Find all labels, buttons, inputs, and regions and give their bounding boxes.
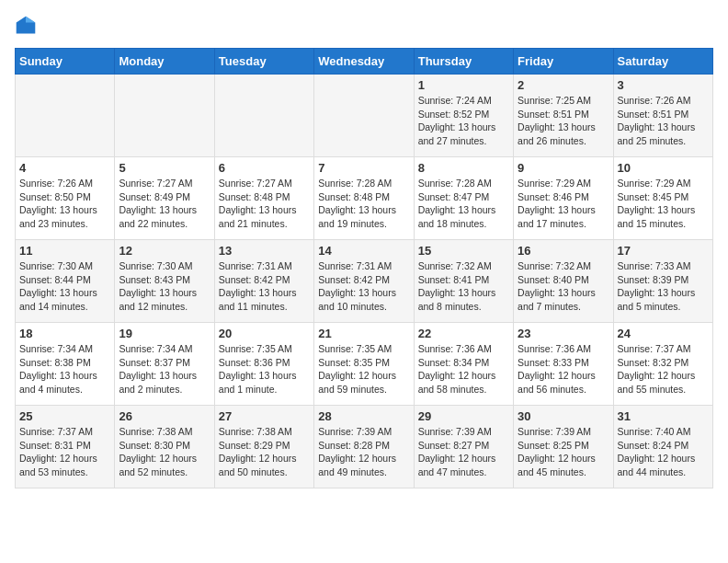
day-number: 29 [418,409,509,423]
day-number: 17 [618,244,709,258]
day-number: 13 [219,244,310,258]
calendar-cell: 14Sunrise: 7:31 AMSunset: 8:42 PMDayligh… [314,240,414,323]
day-number: 15 [418,244,509,258]
calendar-cell [115,75,214,157]
weekday-header-saturday: Saturday [613,49,712,75]
weekday-header-friday: Friday [514,49,613,75]
day-info: Sunrise: 7:37 AMSunset: 8:32 PMDaylight:… [618,342,709,396]
day-number: 14 [318,244,409,258]
day-info: Sunrise: 7:26 AMSunset: 8:50 PMDaylight:… [19,177,110,231]
calendar-cell: 25Sunrise: 7:37 AMSunset: 8:31 PMDayligh… [16,406,115,488]
calendar-cell: 6Sunrise: 7:27 AMSunset: 8:48 PMDaylight… [214,157,313,240]
calendar-cell: 16Sunrise: 7:32 AMSunset: 8:40 PMDayligh… [514,240,613,323]
day-number: 2 [518,78,609,92]
day-info: Sunrise: 7:27 AMSunset: 8:48 PMDaylight:… [219,177,310,231]
calendar-cell: 15Sunrise: 7:32 AMSunset: 8:41 PMDayligh… [414,240,513,323]
calendar-cell: 30Sunrise: 7:39 AMSunset: 8:25 PMDayligh… [514,406,613,488]
day-number: 21 [318,327,409,340]
calendar-cell: 22Sunrise: 7:36 AMSunset: 8:34 PMDayligh… [414,323,513,406]
day-info: Sunrise: 7:31 AMSunset: 8:42 PMDaylight:… [219,259,310,314]
day-info: Sunrise: 7:25 AMSunset: 8:51 PMDaylight:… [518,94,609,148]
calendar-cell: 1Sunrise: 7:24 AMSunset: 8:52 PMDaylight… [414,75,513,157]
header [15,15,713,37]
day-info: Sunrise: 7:39 AMSunset: 8:25 PMDaylight:… [518,425,609,479]
calendar-week-row: 25Sunrise: 7:37 AMSunset: 8:31 PMDayligh… [16,406,713,488]
calendar-cell: 2Sunrise: 7:25 AMSunset: 8:51 PMDaylight… [514,75,613,157]
calendar-cell: 27Sunrise: 7:38 AMSunset: 8:29 PMDayligh… [214,406,313,488]
day-info: Sunrise: 7:31 AMSunset: 8:42 PMDaylight:… [318,259,409,314]
day-info: Sunrise: 7:38 AMSunset: 8:29 PMDaylight:… [219,425,310,479]
day-number: 31 [618,409,709,423]
day-number: 7 [318,161,409,175]
day-number: 26 [119,409,210,423]
day-info: Sunrise: 7:33 AMSunset: 8:39 PMDaylight:… [618,259,709,314]
day-number: 4 [19,161,110,175]
calendar-cell: 19Sunrise: 7:34 AMSunset: 8:37 PMDayligh… [115,323,214,406]
day-number: 10 [618,161,709,175]
calendar-cell: 13Sunrise: 7:31 AMSunset: 8:42 PMDayligh… [214,240,313,323]
day-number: 11 [19,244,110,258]
day-info: Sunrise: 7:40 AMSunset: 8:24 PMDaylight:… [618,425,709,479]
calendar-table: SundayMondayTuesdayWednesdayThursdayFrid… [15,48,713,488]
calendar-cell [16,75,115,157]
day-info: Sunrise: 7:30 AMSunset: 8:44 PMDaylight:… [19,259,110,314]
calendar-cell: 18Sunrise: 7:34 AMSunset: 8:38 PMDayligh… [16,323,115,406]
day-info: Sunrise: 7:32 AMSunset: 8:41 PMDaylight:… [418,259,509,314]
calendar-cell: 23Sunrise: 7:36 AMSunset: 8:33 PMDayligh… [514,323,613,406]
calendar-cell: 20Sunrise: 7:35 AMSunset: 8:36 PMDayligh… [214,323,313,406]
calendar-cell: 24Sunrise: 7:37 AMSunset: 8:32 PMDayligh… [613,323,712,406]
day-number: 28 [318,409,409,423]
day-info: Sunrise: 7:26 AMSunset: 8:51 PMDaylight:… [618,94,709,148]
calendar-week-row: 18Sunrise: 7:34 AMSunset: 8:38 PMDayligh… [16,323,713,406]
calendar-week-row: 4Sunrise: 7:26 AMSunset: 8:50 PMDaylight… [16,157,713,240]
calendar-cell: 28Sunrise: 7:39 AMSunset: 8:28 PMDayligh… [314,406,414,488]
day-info: Sunrise: 7:36 AMSunset: 8:33 PMDaylight:… [518,342,609,396]
weekday-header-monday: Monday [115,49,214,75]
day-number: 9 [518,161,609,175]
calendar-cell: 29Sunrise: 7:39 AMSunset: 8:27 PMDayligh… [414,406,513,488]
calendar-cell: 8Sunrise: 7:28 AMSunset: 8:47 PMDaylight… [414,157,513,240]
day-info: Sunrise: 7:28 AMSunset: 8:47 PMDaylight:… [418,177,509,231]
calendar-cell: 12Sunrise: 7:30 AMSunset: 8:43 PMDayligh… [115,240,214,323]
day-info: Sunrise: 7:34 AMSunset: 8:38 PMDaylight:… [19,342,110,396]
weekday-header-row: SundayMondayTuesdayWednesdayThursdayFrid… [16,49,713,75]
calendar-week-row: 11Sunrise: 7:30 AMSunset: 8:44 PMDayligh… [16,240,713,323]
day-number: 12 [119,244,210,258]
day-info: Sunrise: 7:32 AMSunset: 8:40 PMDaylight:… [518,259,609,314]
calendar-cell: 31Sunrise: 7:40 AMSunset: 8:24 PMDayligh… [613,406,712,488]
calendar-cell: 26Sunrise: 7:38 AMSunset: 8:30 PMDayligh… [115,406,214,488]
day-info: Sunrise: 7:29 AMSunset: 8:45 PMDaylight:… [618,177,709,231]
day-info: Sunrise: 7:39 AMSunset: 8:27 PMDaylight:… [418,425,509,479]
day-number: 19 [119,327,210,340]
day-info: Sunrise: 7:29 AMSunset: 8:46 PMDaylight:… [518,177,609,231]
day-info: Sunrise: 7:35 AMSunset: 8:36 PMDaylight:… [219,342,310,396]
calendar-cell: 9Sunrise: 7:29 AMSunset: 8:46 PMDaylight… [514,157,613,240]
calendar-cell: 10Sunrise: 7:29 AMSunset: 8:45 PMDayligh… [613,157,712,240]
day-number: 25 [19,409,110,423]
calendar-cell: 7Sunrise: 7:28 AMSunset: 8:48 PMDaylight… [314,157,414,240]
calendar-cell: 4Sunrise: 7:26 AMSunset: 8:50 PMDaylight… [16,157,115,240]
logo-icon [15,15,37,37]
calendar-cell [314,75,414,157]
calendar-cell: 17Sunrise: 7:33 AMSunset: 8:39 PMDayligh… [613,240,712,323]
day-number: 16 [518,244,609,258]
calendar-cell [214,75,313,157]
day-info: Sunrise: 7:39 AMSunset: 8:28 PMDaylight:… [318,425,409,479]
day-number: 18 [19,327,110,340]
day-info: Sunrise: 7:30 AMSunset: 8:43 PMDaylight:… [119,259,210,314]
day-number: 5 [119,161,210,175]
day-number: 1 [418,78,509,92]
calendar-week-row: 1Sunrise: 7:24 AMSunset: 8:52 PMDaylight… [16,75,713,157]
day-number: 30 [518,409,609,423]
day-info: Sunrise: 7:37 AMSunset: 8:31 PMDaylight:… [19,425,110,479]
day-number: 24 [618,327,709,340]
day-info: Sunrise: 7:36 AMSunset: 8:34 PMDaylight:… [418,342,509,396]
day-number: 6 [219,161,310,175]
weekday-header-thursday: Thursday [414,49,513,75]
calendar-cell: 3Sunrise: 7:26 AMSunset: 8:51 PMDaylight… [613,75,712,157]
day-number: 3 [618,78,709,92]
weekday-header-wednesday: Wednesday [314,49,414,75]
day-number: 22 [418,327,509,340]
weekday-header-sunday: Sunday [16,49,115,75]
day-info: Sunrise: 7:28 AMSunset: 8:48 PMDaylight:… [318,177,409,231]
